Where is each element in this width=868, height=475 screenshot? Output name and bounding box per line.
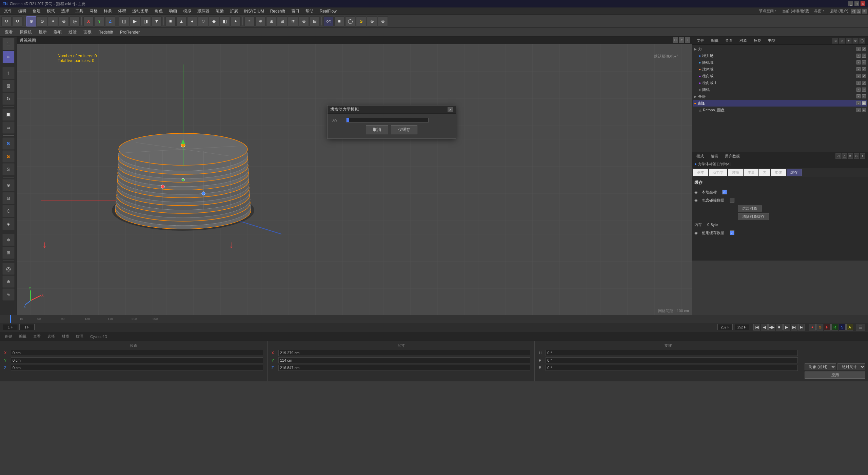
prop-tab-force[interactable]: 力 — [759, 169, 770, 176]
scene-check-5[interactable]: ✓ — [856, 60, 861, 64]
coord-size-z-input[interactable] — [278, 365, 531, 371]
sb-bridge-btn[interactable]: ⊡ — [2, 192, 15, 204]
menu-extend[interactable]: 扩展 — [227, 7, 241, 15]
layout-btn2[interactable]: ◯ — [345, 16, 355, 26]
scene-hierarchy[interactable]: ▶ 力 ✓ ✓ ● 域力场 ✓ ✓ — [692, 45, 868, 152]
menu-spline[interactable]: 样条 — [101, 7, 115, 15]
move-tool-btn[interactable]: ⊕ — [26, 16, 36, 26]
timeline-playhead[interactable] — [10, 315, 11, 323]
vp-corner-btn-3[interactable]: × — [685, 37, 690, 43]
transform-btn[interactable]: ◎ — [70, 16, 80, 26]
menu-mesh[interactable]: 网格 — [87, 7, 100, 15]
menu-window[interactable]: 窗口 — [289, 7, 302, 15]
prop-tab-dynamics[interactable]: 动力学 — [709, 169, 727, 176]
pb-stop[interactable]: ■ — [776, 324, 783, 330]
rec-rot[interactable]: R — [831, 324, 838, 330]
scene-item-clone[interactable]: ● 克隆 ✓ ■ — [693, 100, 867, 107]
sb-soft-sel-btn[interactable]: ⊕ — [2, 234, 15, 246]
scene-icon-1[interactable]: ◁ — [832, 38, 838, 44]
modal-cancel-btn[interactable]: 取消 — [366, 125, 388, 134]
axis-z-btn[interactable]: Z — [105, 16, 115, 26]
prop-menu-edit[interactable]: 编辑 — [709, 153, 720, 159]
scene-menu-tag[interactable]: 标签 — [752, 37, 763, 44]
menu-create[interactable]: 创建 — [30, 7, 43, 15]
scene-item-force[interactable]: ▶ 力 ✓ ✓ — [693, 45, 867, 52]
sb-scale-btn[interactable]: ⊠ — [2, 80, 15, 92]
menu-file[interactable]: 文件 — [1, 7, 15, 15]
primitive-cone-btn[interactable]: ▲ — [176, 16, 186, 26]
rec-all[interactable]: A — [846, 324, 853, 330]
coord-pos-y-input[interactable] — [11, 357, 263, 363]
menu-insydium[interactable]: INSYDIUM — [241, 8, 267, 14]
prop-menu-userdata[interactable]: 用户数据 — [723, 153, 742, 159]
sb-knife-btn[interactable]: ⊗ — [2, 179, 15, 191]
pb-step-back[interactable]: ◀ — [761, 324, 768, 330]
scene-menu-bookmark[interactable]: 书签 — [766, 37, 777, 44]
status-edit[interactable]: 编辑 — [17, 334, 28, 339]
scene-check-16[interactable]: ✓ — [862, 94, 866, 98]
scene-check-13[interactable]: ✓ — [856, 88, 861, 92]
prop-tab-basic[interactable]: 基本 — [693, 169, 708, 176]
rotate-tool-btn[interactable]: ✦ — [48, 16, 58, 26]
menu-volume[interactable]: 体积 — [115, 7, 129, 15]
add-btn[interactable]: ⊕ — [255, 16, 265, 26]
prop-collision-checkbox[interactable] — [730, 198, 734, 203]
sb-move-btn[interactable]: ↑ — [2, 67, 15, 79]
primitive-cylinder-btn[interactable]: ⬡ — [198, 16, 208, 26]
scene-item-random-domain[interactable]: ● 随机域 ✓ ✓ — [697, 59, 867, 66]
primitive-plane-btn[interactable]: ◆ — [209, 16, 219, 26]
sb-s3-btn[interactable]: S — [2, 163, 15, 175]
status-cycles[interactable]: Cycles 4D — [88, 335, 109, 339]
prop-radio-collision[interactable]: ◉ — [694, 198, 698, 203]
scene-icon-3[interactable]: ✦ — [846, 38, 852, 44]
sb-sculpt-btn[interactable]: ⊕ — [2, 276, 15, 288]
option-btn[interactable]: ⊕ — [378, 16, 388, 26]
coord-pos-z-input[interactable] — [11, 365, 263, 371]
viewport[interactable]: 透视视图 □ ↗ × — [17, 37, 692, 315]
scene-check-12[interactable]: ✓ — [862, 81, 866, 85]
scene-check-9[interactable]: ✓ — [856, 74, 861, 78]
scene-check-8[interactable]: ✓ — [862, 67, 866, 71]
sb-model-btn[interactable]: ⬛ — [2, 38, 15, 50]
vp-menu-filter[interactable]: 过滤 — [66, 28, 79, 36]
menu-render[interactable]: 渲染 — [213, 7, 226, 15]
prop-bake-btn[interactable]: 烘焙对象 — [738, 205, 762, 212]
sb-mirror-btn[interactable]: ⊞ — [2, 247, 15, 259]
sb-rotate-btn[interactable]: ↻ — [2, 93, 15, 105]
status-view[interactable]: 查看 — [31, 334, 43, 339]
scene-check-14[interactable]: ✓ — [862, 88, 866, 92]
menu-redshift[interactable]: Redshift — [268, 8, 288, 14]
vp-menu-camera[interactable]: 摄像机 — [18, 28, 34, 36]
timeline-total-frames[interactable] — [734, 324, 749, 330]
vp-menu-display[interactable]: 显示 — [37, 28, 49, 36]
prop-clear-btn[interactable]: 清除对象缓存 — [738, 213, 769, 220]
coord-pos-x-input[interactable] — [11, 350, 263, 356]
scene-check-1[interactable]: ✓ — [856, 47, 861, 51]
menu-simulate[interactable]: 模拟 — [180, 7, 194, 15]
render-btn[interactable]: ◨ — [141, 16, 151, 26]
prop-nav-back[interactable]: ◁ — [835, 153, 841, 159]
sb-s2-btn[interactable]: S — [2, 150, 15, 163]
menu-realflow[interactable]: RealFlow — [317, 8, 339, 14]
pb-play-back[interactable]: ◀▶ — [768, 324, 775, 330]
coord-rot-p-input[interactable] — [546, 357, 798, 363]
sb-paint-tool-btn[interactable]: ◎ — [2, 263, 15, 275]
scene-item-backup[interactable]: ▶ 备份 ✓ ✓ — [693, 93, 867, 100]
scene-item-random[interactable]: ● 随机 ✓ ✓ — [697, 86, 867, 93]
vp-menu-view[interactable]: 查看 — [3, 28, 15, 36]
coord-size-y-input[interactable] — [278, 357, 531, 363]
scene-icon-4[interactable]: ⊕ — [852, 38, 859, 44]
light-btn[interactable]: ✦ — [231, 16, 241, 26]
prop-tab-mass[interactable]: 质量 — [744, 169, 758, 176]
scene-menu-file[interactable]: 文件 — [695, 37, 706, 44]
sb-extrude-btn[interactable]: ⬡ — [2, 205, 15, 217]
prop-use-cache-checkbox[interactable]: ✓ — [730, 230, 734, 235]
primitive-cube-btn[interactable]: ■ — [165, 16, 176, 26]
scene-item-domain-force[interactable]: ● 域力场 ✓ ✓ — [697, 52, 867, 59]
prop-radio-local[interactable]: ◉ — [694, 190, 698, 194]
scene-check-3[interactable]: ✓ — [856, 54, 861, 58]
frame-btn[interactable]: ◫ — [119, 16, 129, 26]
scene-check-15[interactable]: ✓ — [856, 94, 861, 98]
snap2-btn[interactable]: ⊞ — [277, 16, 287, 26]
axis-x-btn[interactable]: X — [83, 16, 94, 26]
